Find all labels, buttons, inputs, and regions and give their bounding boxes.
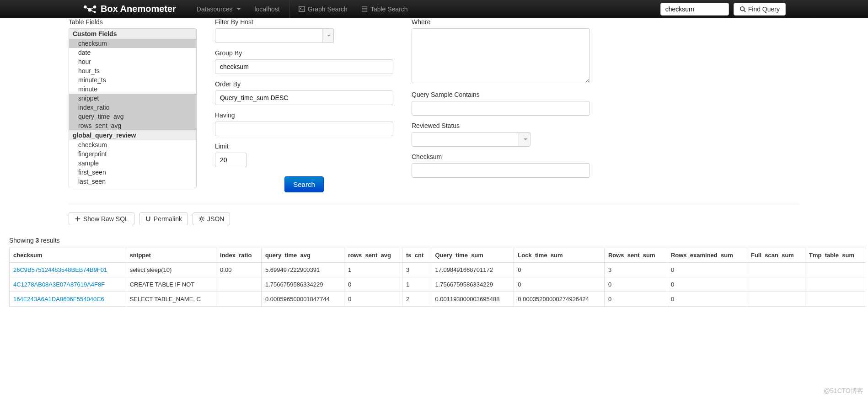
search-button[interactable]: Search bbox=[284, 176, 324, 192]
reviewed-status-dropdown-button[interactable] bbox=[519, 132, 530, 147]
find-query-button[interactable]: Find Query bbox=[734, 3, 786, 16]
filter-host-dropdown-button[interactable] bbox=[322, 28, 334, 43]
table-header-cell[interactable]: Query_time_sum bbox=[431, 248, 514, 263]
table-cell: 164E243A6A1DA8606F554040C6 bbox=[10, 292, 126, 307]
nav-datasources[interactable]: Datasources bbox=[190, 1, 248, 17]
table-header-cell[interactable]: Tmp_table_sum bbox=[805, 248, 866, 263]
listbox-option[interactable]: index_ratio bbox=[69, 103, 196, 112]
permalink-label: Permalink bbox=[154, 215, 182, 223]
table-cell: 5.699497222900391 bbox=[261, 263, 344, 277]
table-cell: 1.7566759586334229 bbox=[261, 277, 344, 292]
brand-text: Box Anemometer bbox=[101, 4, 176, 14]
group-by-label: Group By bbox=[215, 49, 393, 57]
where-textarea[interactable] bbox=[412, 28, 590, 83]
magnet-icon bbox=[145, 216, 151, 222]
listbox-option[interactable]: sample bbox=[69, 159, 196, 168]
table-row: 4C1278AB08A3E07A87619A4F8FCREATE TABLE I… bbox=[10, 277, 866, 292]
sample-contains-input[interactable] bbox=[412, 101, 590, 116]
listbox-option[interactable]: first_seen bbox=[69, 168, 196, 177]
table-cell bbox=[805, 292, 866, 307]
svg-line-23 bbox=[200, 217, 200, 218]
listbox-option[interactable]: checksum bbox=[69, 140, 196, 149]
table-row: 164E243A6A1DA8606F554040C6SELECT TABLE_N… bbox=[10, 292, 866, 307]
nav-items: Datasources localhost Graph Search Table… bbox=[190, 0, 415, 18]
listbox-option[interactable]: last_seen bbox=[69, 177, 196, 186]
list-icon bbox=[361, 6, 368, 12]
having-label: Having bbox=[215, 111, 393, 119]
listbox-option[interactable]: checksum bbox=[69, 39, 196, 48]
table-cell bbox=[216, 277, 262, 292]
table-header-cell[interactable]: index_ratio bbox=[216, 248, 262, 263]
limit-input[interactable] bbox=[215, 153, 247, 167]
svg-rect-9 bbox=[362, 6, 367, 11]
table-cell: 0.00035200000274926424 bbox=[514, 292, 605, 307]
listbox-option[interactable]: snippet bbox=[69, 94, 196, 103]
listbox-option[interactable]: fingerprint bbox=[69, 149, 196, 159]
results-count: Showing 3 results bbox=[9, 225, 866, 248]
show-raw-sql-button[interactable]: Show Raw SQL bbox=[69, 212, 134, 225]
brand-logo-icon bbox=[82, 5, 97, 14]
table-header-cell[interactable]: ts_cnt bbox=[402, 248, 431, 263]
reviewed-status-input[interactable] bbox=[412, 132, 519, 147]
table-header-cell[interactable]: snippet bbox=[126, 248, 216, 263]
checksum-search-input[interactable] bbox=[660, 3, 729, 16]
svg-point-8 bbox=[300, 7, 301, 9]
table-header-cell[interactable]: Rows_sent_sum bbox=[604, 248, 667, 263]
listbox-option[interactable]: minute_ts bbox=[69, 75, 196, 85]
table-cell bbox=[805, 263, 866, 277]
find-query-label: Find Query bbox=[748, 5, 780, 13]
table-header-cell[interactable]: Full_scan_sum bbox=[747, 248, 805, 263]
listbox-option[interactable]: hour bbox=[69, 57, 196, 66]
table-header-cell[interactable]: query_time_avg bbox=[261, 248, 344, 263]
table-cell bbox=[747, 292, 805, 307]
order-by-label: Order By bbox=[215, 80, 393, 88]
table-cell: CREATE TABLE IF NOT bbox=[126, 277, 216, 292]
listbox-option[interactable]: date bbox=[69, 48, 196, 57]
checksum-label: Checksum bbox=[412, 153, 590, 160]
svg-point-12 bbox=[740, 6, 745, 11]
table-cell bbox=[747, 277, 805, 292]
listbox-group-header: Custom Fields bbox=[69, 29, 196, 39]
listbox-option[interactable]: query_time_avg bbox=[69, 112, 196, 121]
top-navbar: Box Anemometer Datasources localhost Gra… bbox=[0, 0, 868, 18]
filter-host-input[interactable] bbox=[215, 28, 322, 43]
checksum-input[interactable] bbox=[412, 163, 590, 178]
nav-datasources-label: Datasources bbox=[197, 5, 233, 13]
table-fields-listbox[interactable]: Custom Fieldschecksumdatehourhour_tsminu… bbox=[69, 28, 197, 188]
table-cell: 0.000596500001847744 bbox=[261, 292, 344, 307]
nav-localhost[interactable]: localhost bbox=[247, 1, 286, 17]
search-icon bbox=[739, 6, 746, 12]
listbox-option[interactable]: rows_sent_avg bbox=[69, 121, 196, 130]
listbox-option[interactable]: reviewed_by bbox=[69, 186, 196, 188]
table-cell: 0 bbox=[667, 277, 747, 292]
checksum-link[interactable]: 164E243A6A1DA8606F554040C6 bbox=[13, 296, 104, 302]
table-cell: 4C1278AB08A3E07A87619A4F8F bbox=[10, 277, 126, 292]
listbox-option[interactable]: hour_ts bbox=[69, 66, 196, 75]
table-cell: 0 bbox=[604, 277, 667, 292]
checksum-link[interactable]: 26C9B575124483548BEB74B9F01 bbox=[13, 266, 107, 273]
listbox-option[interactable]: minute bbox=[69, 85, 196, 94]
svg-point-18 bbox=[200, 218, 203, 220]
table-header-cell[interactable]: checksum bbox=[10, 248, 126, 263]
nav-table-search[interactable]: Table Search bbox=[354, 1, 415, 17]
picture-icon bbox=[299, 6, 305, 12]
json-button[interactable]: JSON bbox=[193, 212, 230, 225]
group-by-input[interactable] bbox=[215, 59, 393, 74]
table-header-cell[interactable]: Lock_time_sum bbox=[514, 248, 605, 263]
table-cell: 0 bbox=[344, 277, 402, 292]
checksum-link[interactable]: 4C1278AB08A3E07A87619A4F8F bbox=[13, 281, 105, 288]
table-cell: 0 bbox=[514, 277, 605, 292]
nav-graph-search[interactable]: Graph Search bbox=[292, 1, 354, 17]
nav-graph-search-label: Graph Search bbox=[308, 5, 348, 13]
nav-divider bbox=[289, 0, 289, 18]
table-header-cell[interactable]: rows_sent_avg bbox=[344, 248, 402, 263]
table-header-cell[interactable]: Rows_examined_sum bbox=[667, 248, 747, 263]
permalink-button[interactable]: Permalink bbox=[139, 212, 188, 225]
brand[interactable]: Box Anemometer bbox=[82, 4, 176, 14]
order-by-input[interactable] bbox=[215, 90, 393, 105]
where-label: Where bbox=[412, 18, 590, 26]
svg-line-25 bbox=[200, 220, 200, 221]
caret-down-icon bbox=[524, 138, 527, 140]
svg-line-13 bbox=[744, 10, 745, 12]
having-input[interactable] bbox=[215, 122, 393, 136]
